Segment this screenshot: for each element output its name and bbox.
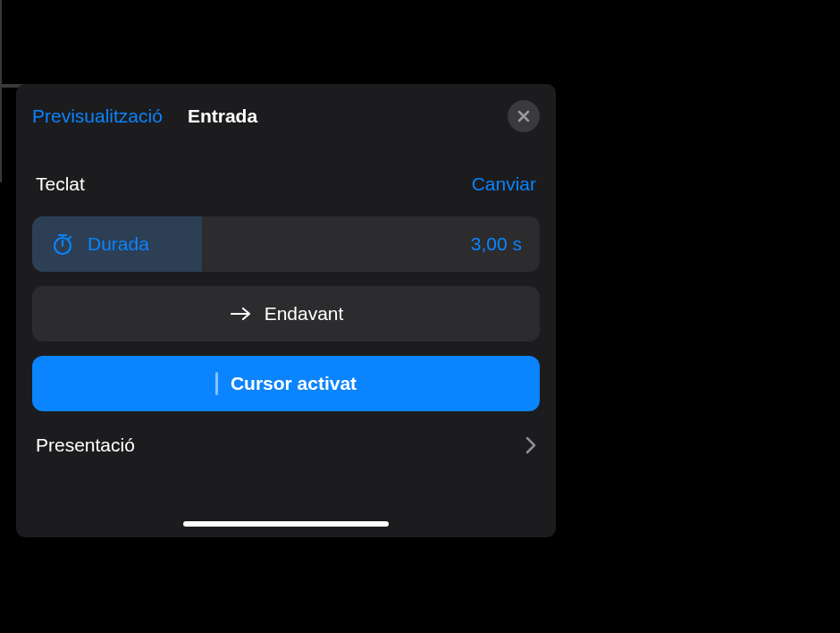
cursor-inner: Cursor activat [215,372,357,395]
duration-label: Durada [88,233,149,255]
stopwatch-icon [50,232,75,257]
duration-value: 3,00 s [471,233,522,255]
arrow-right-icon [229,305,254,323]
home-indicator [183,521,389,527]
preview-button[interactable]: Previsualització [32,106,163,127]
cursor-indicator-icon [215,372,218,395]
animation-panel: Previsualització Entrada Teclat Canviar [16,84,556,537]
close-icon [517,109,531,123]
header-left: Previsualització Entrada [32,106,257,127]
panel-header: Previsualització Entrada [32,97,540,136]
cursor-label: Cursor activat [231,373,357,394]
presentation-row[interactable]: Presentació [32,435,540,456]
chevron-right-icon [525,436,536,454]
callout-line-top [0,0,2,84]
duration-left: Durada [50,232,149,257]
duration-row[interactable]: Durada 3,00 s [32,216,540,272]
effect-name-label: Teclat [36,173,85,195]
direction-row[interactable]: Endavant [32,286,540,342]
svg-line-4 [69,237,71,239]
presentation-label: Presentació [36,435,135,456]
close-button[interactable] [508,100,540,132]
effect-section-row: Teclat Canviar [32,173,540,195]
panel-title: Entrada [188,106,257,127]
callout-line-bottom [0,88,2,182]
cursor-activated-button[interactable]: Cursor activat [32,356,540,411]
direction-label: Endavant [265,303,344,325]
change-effect-button[interactable]: Canviar [472,173,536,195]
settings-rows: Durada 3,00 s Endavant Cursor activat [32,216,540,411]
